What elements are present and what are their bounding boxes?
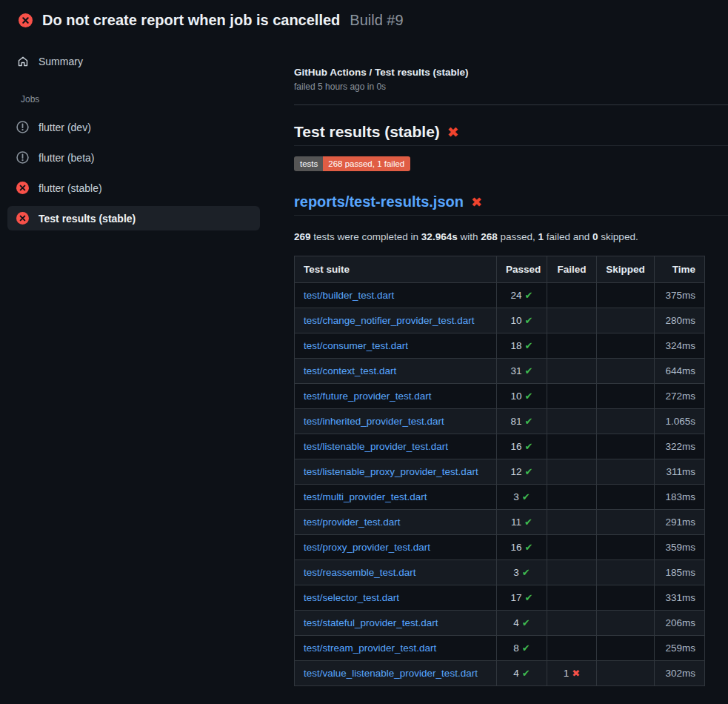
skipped-cell — [597, 333, 655, 359]
test-suite-cell: test/provider_test.dart — [295, 510, 497, 535]
x-circle-icon — [16, 212, 29, 225]
table-row: test/inherited_provider_test.dart 81✔ 1.… — [295, 409, 705, 434]
table-row: test/reassemble_test.dart 3✔ 185ms — [295, 560, 705, 585]
test-suite-cell: test/stream_provider_test.dart — [295, 636, 497, 661]
test-suite-link[interactable]: test/context_test.dart — [304, 365, 396, 376]
skipped-cell — [597, 611, 655, 636]
failed-cell: 1✖ — [547, 661, 597, 686]
test-suite-link[interactable]: test/value_listenable_provider_test.dart — [304, 668, 478, 679]
skipped-cell — [597, 485, 655, 510]
failed-cell — [547, 485, 597, 510]
badge-label: tests — [294, 156, 323, 171]
check-icon: ✔ — [522, 491, 530, 502]
failed-cell — [547, 636, 597, 661]
sidebar-job-item[interactable]: Test results (stable) — [7, 206, 260, 230]
status-line: failed 5 hours ago in 0s — [294, 81, 728, 93]
failed-cell — [547, 359, 597, 384]
test-suite-link[interactable]: test/proxy_provider_test.dart — [304, 542, 430, 553]
divider — [294, 104, 728, 105]
column-header: Test suite — [295, 256, 497, 283]
test-suite-link[interactable]: test/provider_test.dart — [304, 517, 401, 528]
passed-cell: 4✔ — [497, 661, 547, 686]
passed-cell: 4✔ — [497, 611, 547, 636]
test-suite-link[interactable]: test/stream_provider_test.dart — [304, 642, 436, 654]
passed-cell: 10✔ — [497, 308, 547, 333]
table-row: test/provider_test.dart 11✔ 291ms — [295, 510, 705, 535]
sidebar-job-item[interactable]: flutter (beta) — [7, 145, 260, 170]
sidebar-item-summary[interactable]: Summary — [7, 49, 260, 73]
sidebar-job-item[interactable]: flutter (dev) — [7, 115, 260, 139]
check-icon: ✔ — [525, 466, 533, 477]
check-icon: ✔ — [522, 668, 530, 679]
check-icon: ✔ — [525, 315, 533, 326]
skipped-cell — [597, 535, 655, 560]
test-suite-cell: test/value_listenable_provider_test.dart — [295, 661, 497, 686]
passed-cell: 24✔ — [497, 283, 547, 308]
table-header-row: Test suitePassedFailedSkippedTime — [295, 256, 705, 283]
test-suite-cell: test/listenable_proxy_provider_test.dart — [295, 459, 497, 485]
time-cell: 1.065s — [655, 409, 705, 434]
passed-cell: 11✔ — [497, 510, 547, 535]
sidebar-summary-label: Summary — [39, 56, 83, 67]
column-header: Passed — [497, 256, 547, 283]
sidebar-job-item[interactable]: flutter (stable) — [7, 176, 260, 200]
test-suite-link[interactable]: test/change_notifier_provider_test.dart — [304, 315, 474, 326]
skipped-cell — [597, 510, 655, 535]
results-table: Test suitePassedFailedSkippedTime test/b… — [294, 256, 705, 686]
column-header: Skipped — [597, 256, 655, 283]
table-row: test/consumer_test.dart 18✔ 324ms — [295, 333, 705, 359]
table-row: test/proxy_provider_test.dart 16✔ 359ms — [295, 535, 705, 560]
passed-cell: 16✔ — [497, 434, 547, 459]
tests-badge: tests 268 passed, 1 failed — [294, 156, 410, 171]
test-suite-link[interactable]: test/listenable_provider_test.dart — [304, 441, 448, 452]
skipped-cell — [597, 459, 655, 485]
test-suite-link[interactable]: test/inherited_provider_test.dart — [304, 416, 444, 427]
alert-circle-icon — [16, 121, 29, 133]
table-row: test/selector_test.dart 17✔ 331ms — [295, 585, 705, 611]
failed-cell — [547, 384, 597, 409]
test-suite-cell: test/context_test.dart — [295, 359, 497, 384]
test-suite-cell: test/change_notifier_provider_test.dart — [295, 308, 497, 333]
x-icon: ✖ — [572, 668, 580, 679]
report-file-link[interactable]: reports/test-results.json — [294, 193, 464, 210]
check-icon: ✔ — [522, 617, 530, 628]
time-cell: 259ms — [655, 636, 705, 661]
test-suite-link[interactable]: test/stateful_provider_test.dart — [304, 617, 438, 628]
sidebar-job-label: flutter (stable) — [39, 182, 102, 194]
test-suite-link[interactable]: test/selector_test.dart — [304, 592, 399, 603]
check-icon: ✔ — [525, 340, 533, 351]
build-number: Build #9 — [350, 12, 403, 29]
failed-cell — [547, 333, 597, 359]
titlebar: Do not create report when job is cancell… — [0, 0, 728, 29]
passed-cell: 8✔ — [497, 636, 547, 661]
time-cell: 183ms — [655, 485, 705, 510]
failed-cell — [547, 434, 597, 459]
table-row: test/stateful_provider_test.dart 4✔ 206m… — [295, 611, 705, 636]
skipped-cell — [597, 434, 655, 459]
test-suite-link[interactable]: test/builder_test.dart — [304, 290, 394, 301]
test-suite-cell: test/multi_provider_test.dart — [295, 485, 497, 510]
skipped-cell — [597, 560, 655, 585]
test-suite-cell: test/stateful_provider_test.dart — [295, 611, 497, 636]
passed-cell: 16✔ — [497, 535, 547, 560]
test-suite-link[interactable]: test/multi_provider_test.dart — [304, 491, 427, 502]
test-suite-link[interactable]: test/future_provider_test.dart — [304, 391, 432, 402]
section-heading: Test results (stable)✖ — [294, 123, 728, 146]
check-icon: ✔ — [524, 517, 532, 528]
check-icon: ✔ — [525, 441, 533, 452]
passed-cell: 10✔ — [497, 384, 547, 409]
time-cell: 185ms — [655, 560, 705, 585]
sidebar: Summary Jobs flutter (dev) flutter (beta… — [0, 29, 294, 236]
skipped-cell — [597, 409, 655, 434]
test-suite-link[interactable]: test/reassemble_test.dart — [304, 567, 416, 578]
skipped-cell — [597, 308, 655, 333]
table-row: test/future_provider_test.dart 10✔ 272ms — [295, 384, 705, 409]
test-suite-link[interactable]: test/listenable_proxy_provider_test.dart — [304, 466, 478, 477]
passed-cell: 3✔ — [497, 560, 547, 585]
jobs-list: flutter (dev) flutter (beta) flutter (st… — [7, 115, 260, 230]
skipped-cell — [597, 283, 655, 308]
check-icon: ✔ — [525, 542, 533, 553]
time-cell: 331ms — [655, 585, 705, 611]
test-suite-link[interactable]: test/consumer_test.dart — [304, 340, 408, 351]
passed-cell: 17✔ — [497, 585, 547, 611]
